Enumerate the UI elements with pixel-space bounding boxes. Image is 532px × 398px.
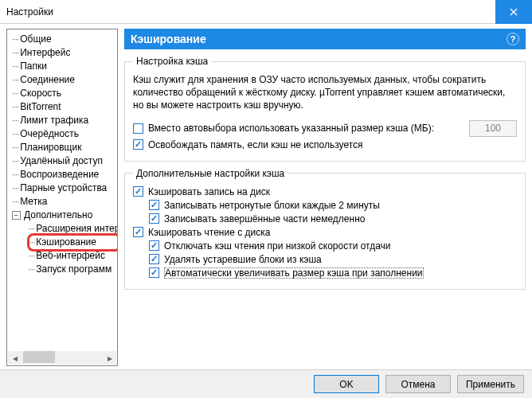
close-icon bbox=[510, 8, 518, 16]
advanced-cache-group: Дополнительные настройки кэша Кэшировать… bbox=[124, 168, 526, 290]
sidebar-item[interactable]: ····Лимит трафика bbox=[12, 114, 117, 127]
close-button[interactable] bbox=[495, 0, 532, 24]
advanced-cache-legend: Дополнительные настройки кэша bbox=[133, 168, 288, 179]
sidebar-subitem[interactable]: ····Запуск программ bbox=[28, 263, 117, 276]
sidebar-subitem[interactable]: ····Веб-интерфейс bbox=[28, 249, 117, 263]
horizontal-scrollbar[interactable]: ◂ ▸ bbox=[8, 351, 116, 365]
window-title: Настройки bbox=[6, 6, 53, 18]
panel-title: Кэширование bbox=[131, 33, 206, 45]
write-untouched-checkbox[interactable] bbox=[149, 200, 159, 210]
panel-header: Кэширование ? bbox=[124, 29, 526, 49]
cache-read-label: Кэшировать чтение с диска bbox=[148, 227, 270, 238]
sidebar-item[interactable]: ····Воспроизведение bbox=[12, 168, 117, 181]
sidebar-subitem[interactable]: ····Кэширование bbox=[28, 236, 117, 249]
titlebar: Настройки bbox=[0, 0, 532, 24]
auto-increase-label: Автоматически увеличивать размер кэша пр… bbox=[164, 267, 424, 279]
remove-old-checkbox[interactable] bbox=[149, 254, 159, 264]
sidebar-item[interactable]: ····Интерфейс bbox=[12, 46, 117, 60]
button-bar: OK Отмена Применить bbox=[0, 369, 532, 398]
disable-low-upload-checkbox[interactable] bbox=[149, 240, 159, 251]
scroll-right-arrow[interactable]: ▸ bbox=[103, 351, 116, 365]
sidebar-item[interactable]: ····Общие bbox=[12, 33, 117, 46]
sidebar-item[interactable]: ····Папки bbox=[12, 60, 117, 73]
sidebar-item-advanced[interactable]: −Дополнительно bbox=[12, 209, 117, 222]
sidebar-item[interactable]: ····Скорость bbox=[12, 87, 117, 100]
cache-description: Кэш служит для хранения в ОЗУ часто испо… bbox=[133, 73, 517, 112]
cache-size-input[interactable] bbox=[469, 120, 517, 137]
sidebar: ····Общие····Интерфейс····Папки····Соеди… bbox=[6, 29, 118, 366]
auto-increase-checkbox[interactable] bbox=[149, 267, 159, 278]
content-panel: Кэширование ? Настройка кэша Кэш служит … bbox=[124, 29, 526, 366]
sidebar-item[interactable]: ····Парные устройства bbox=[12, 181, 117, 195]
write-finished-checkbox[interactable] bbox=[149, 213, 159, 224]
cache-read-checkbox[interactable] bbox=[133, 227, 143, 237]
sidebar-subitem[interactable]: ····Расширения интерфейса bbox=[28, 222, 117, 236]
cache-settings-group: Настройка кэша Кэш служит для хранения в… bbox=[124, 56, 526, 162]
override-cache-checkbox[interactable] bbox=[133, 123, 143, 134]
scroll-left-arrow[interactable]: ◂ bbox=[8, 351, 22, 365]
sidebar-item[interactable]: ····Планировщик bbox=[12, 141, 117, 154]
sidebar-item[interactable]: ····Удалённый доступ bbox=[12, 154, 117, 168]
cache-settings-legend: Настройка кэша bbox=[133, 56, 211, 67]
help-icon[interactable]: ? bbox=[507, 33, 519, 45]
scrollbar-track[interactable] bbox=[22, 351, 103, 365]
sidebar-item[interactable]: ····BitTorrent bbox=[12, 100, 117, 114]
sidebar-item[interactable]: ····Метка bbox=[12, 195, 117, 209]
scrollbar-thumb[interactable] bbox=[23, 351, 55, 363]
collapse-icon[interactable]: − bbox=[12, 211, 21, 220]
remove-old-label: Удалять устаревшие блоки из кэша bbox=[164, 254, 322, 265]
disable-low-upload-label: Отключать кэш чтения при низкой скорости… bbox=[164, 240, 391, 252]
sidebar-item[interactable]: ····Очерёдность bbox=[12, 127, 117, 141]
write-finished-label: Записывать завершённые части немедленно bbox=[164, 213, 365, 224]
reduce-memory-checkbox[interactable] bbox=[133, 139, 143, 150]
reduce-memory-label: Освобождать память, если кэш не использу… bbox=[148, 139, 363, 150]
ok-button[interactable]: OK bbox=[314, 375, 379, 393]
cancel-button[interactable]: Отмена bbox=[385, 375, 451, 393]
sidebar-item[interactable]: ····Соединение bbox=[12, 73, 117, 87]
cache-write-checkbox[interactable] bbox=[133, 186, 143, 197]
cache-write-label: Кэшировать запись на диск bbox=[148, 186, 270, 197]
apply-button[interactable]: Применить bbox=[457, 375, 524, 393]
override-cache-label: Вместо автовыбора использовать указанный… bbox=[148, 123, 464, 134]
write-untouched-label: Записывать нетронутые блоки каждые 2 мин… bbox=[164, 200, 380, 211]
